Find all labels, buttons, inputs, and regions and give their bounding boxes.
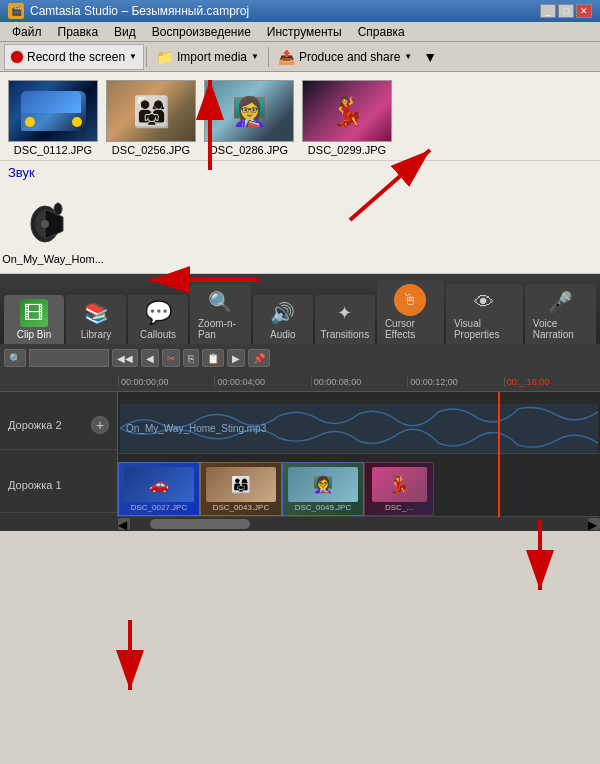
ruler-mark-4: 00:00:04;00 [214, 377, 310, 387]
menu-bar: Файл Правка Вид Воспроизведение Инструме… [0, 22, 600, 42]
import-button[interactable]: 📁 Import media ▼ [149, 44, 266, 70]
bottom-panel: 🎞 Clip Bin 📚 Library 💬 Callouts 🔍 Zoom-n… [0, 274, 600, 531]
video-clip-dsc-rest[interactable]: 💃 DSC_... [364, 462, 434, 516]
tab-visual-properties[interactable]: 👁 Visual Properties [446, 284, 523, 344]
window-title: Camtasia Studio – Безымянный.camproj [30, 4, 540, 18]
timeline-controls: 🔍 ◀◀ ◀ ✂ ⎘ 📋 ▶ 📌 [0, 344, 600, 372]
scroll-thumb[interactable] [150, 519, 250, 529]
app-icon: 🎬 [8, 3, 24, 19]
ruler-mark-16: 00:_:16:00 [504, 377, 600, 387]
tab-cursor-effects-label: Cursor Effects [385, 318, 436, 340]
media-item-dsc0112[interactable]: DSC_0112.JPG [8, 80, 98, 156]
track-1: 🚗 DSC_0027.JPC 👨‍👩‍👧 DSC_0043.JPC 👩‍🏫 DS… [118, 462, 600, 517]
menu-help[interactable]: Справка [350, 23, 413, 41]
video-clip-dsc0043[interactable]: 👨‍👩‍👧 DSC_0043.JPC [200, 462, 282, 516]
menu-tools[interactable]: Инструменты [259, 23, 350, 41]
tab-voice-narration[interactable]: 🎤 Voice Narration [525, 284, 596, 344]
visual-properties-icon: 👁 [470, 288, 498, 316]
media-thumb-dsc0256: 👨‍👩‍👧 [106, 80, 196, 142]
sound-icon [18, 186, 88, 251]
transitions-icon: ✦ [331, 299, 359, 327]
media-library: DSC_0112.JPG 👨‍👩‍👧 DSC_0256.JPG 👩‍🏫 [0, 72, 600, 161]
sound-section: Звук On_My_Way_Hom... [0, 161, 600, 274]
tl-search-input[interactable] [29, 349, 109, 367]
window-controls[interactable]: _ □ ✕ [540, 4, 592, 18]
tab-clip-bin[interactable]: 🎞 Clip Bin [4, 295, 64, 344]
extra-dropdown[interactable]: ▼ [423, 49, 437, 65]
scroll-left-button[interactable]: ◀ [118, 518, 130, 530]
timeline-area: Дорожка 2 + Дорожка 1 On_My_Way_Home_Sti… [0, 392, 600, 517]
horizontal-scrollbar[interactable]: ◀ ▶ [0, 517, 600, 531]
playhead [498, 392, 500, 517]
track-2-label: Дорожка 2 + [0, 400, 117, 450]
menu-file[interactable]: Файл [4, 23, 50, 41]
ruler-mark-0: 00:00:00;00 [118, 377, 214, 387]
record-button[interactable]: Record the screen ▼ [4, 44, 144, 70]
record-icon [11, 51, 23, 63]
tl-back-button[interactable]: ◀ [141, 349, 159, 367]
tl-paste-button[interactable]: 📋 [202, 349, 224, 367]
tab-callouts-label: Callouts [140, 329, 176, 340]
import-label: Import media [177, 50, 247, 64]
tl-forward-button[interactable]: ▶ [227, 349, 245, 367]
tl-prev-button[interactable]: ◀◀ [112, 349, 138, 367]
tab-library-label: Library [81, 329, 112, 340]
tl-end-button[interactable]: 📌 [248, 349, 270, 367]
scroll-right-button[interactable]: ▶ [588, 518, 600, 530]
media-name-dsc0299: DSC_0299.JPG [302, 144, 392, 156]
media-name-dsc0286: DSC_0286.JPG [204, 144, 294, 156]
audio-track-label: On_My_Way_Home_Sting.mp3 [120, 423, 266, 434]
tl-cut-button[interactable]: ✂ [162, 349, 180, 367]
close-button[interactable]: ✕ [576, 4, 592, 18]
media-name-dsc0256: DSC_0256.JPG [106, 144, 196, 156]
record-label: Record the screen [27, 50, 125, 64]
produce-label: Produce and share [299, 50, 400, 64]
menu-edit[interactable]: Правка [50, 23, 107, 41]
media-thumb-dsc0299: 💃 [302, 80, 392, 142]
tab-library[interactable]: 📚 Library [66, 295, 126, 344]
video-clip-dsc0027[interactable]: 🚗 DSC_0027.JPC [118, 462, 200, 516]
media-item-dsc0299[interactable]: 💃 DSC_0299.JPG [302, 80, 392, 156]
tab-callouts[interactable]: 💬 Callouts [128, 295, 188, 344]
minimize-button[interactable]: _ [540, 4, 556, 18]
tracks-content: On_My_Way_Home_Sting.mp3 🚗 DSC_0027.J [118, 392, 600, 517]
tab-audio[interactable]: 🔊 Audio [253, 295, 313, 344]
tl-zoom-in-button[interactable]: 🔍 [4, 349, 26, 367]
record-dropdown-arrow: ▼ [129, 52, 137, 61]
zoom-n-pan-icon: 🔍 [206, 288, 234, 316]
tab-clip-bin-label: Clip Bin [17, 329, 51, 340]
add-track-button[interactable]: + [91, 416, 109, 434]
clip-bin-icon: 🎞 [20, 299, 48, 327]
track-1-label-text: Дорожка 1 [8, 479, 62, 491]
track-labels: Дорожка 2 + Дорожка 1 [0, 392, 118, 517]
media-thumb-dsc0112 [8, 80, 98, 142]
media-name-dsc0112: DSC_0112.JPG [8, 144, 98, 156]
menu-view[interactable]: Вид [106, 23, 144, 41]
tab-zoom-n-pan-label: Zoom-n-Pan [198, 318, 243, 340]
track-2: On_My_Way_Home_Sting.mp3 [118, 404, 600, 454]
produce-button[interactable]: 📤 Produce and share ▼ [271, 44, 419, 70]
maximize-button[interactable]: □ [558, 4, 574, 18]
menu-playback[interactable]: Воспроизведение [144, 23, 259, 41]
ruler-mark-8: 00:00:08;00 [311, 377, 407, 387]
sound-section-label: Звук [8, 165, 592, 180]
tabs-bar: 🎞 Clip Bin 📚 Library 💬 Callouts 🔍 Zoom-n… [0, 274, 600, 344]
tab-transitions-label: Transitions [321, 329, 370, 340]
sound-name: On_My_Way_Hom... [2, 253, 104, 265]
audio-icon: 🔊 [269, 299, 297, 327]
tab-voice-narration-label: Voice Narration [533, 318, 588, 340]
tab-zoom-n-pan[interactable]: 🔍 Zoom-n-Pan [190, 284, 251, 344]
callouts-icon: 💬 [144, 299, 172, 327]
svg-point-4 [54, 203, 62, 215]
media-items-list: DSC_0112.JPG 👨‍👩‍👧 DSC_0256.JPG 👩‍🏫 [8, 80, 592, 156]
library-icon: 📚 [82, 299, 110, 327]
sound-item-onmyway[interactable]: On_My_Way_Hom... [8, 186, 98, 265]
audio-track-content[interactable]: On_My_Way_Home_Sting.mp3 [120, 404, 598, 453]
video-clip-dsc0049[interactable]: 👩‍🏫 DSC_0049.JPC [282, 462, 364, 516]
cursor-effects-icon: 🖱 [394, 284, 426, 316]
tab-transitions[interactable]: ✦ Transitions [315, 295, 375, 344]
tab-cursor-effects[interactable]: 🖱 Cursor Effects [377, 280, 444, 344]
tl-copy-button[interactable]: ⎘ [183, 349, 199, 367]
media-item-dsc0256[interactable]: 👨‍👩‍👧 DSC_0256.JPG [106, 80, 196, 156]
media-item-dsc0286[interactable]: 👩‍🏫 DSC_0286.JPG [204, 80, 294, 156]
